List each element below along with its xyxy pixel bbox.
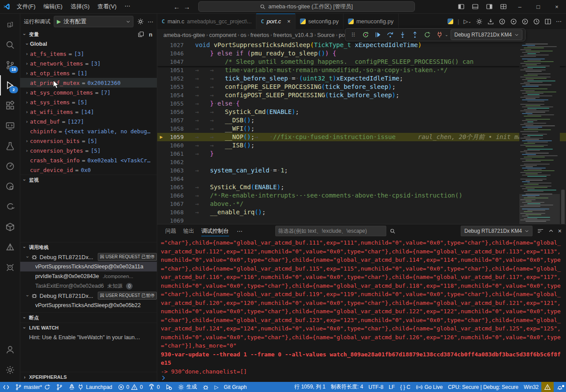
line-number[interactable]: 1057 — [165, 116, 184, 125]
editor-tab-port-c[interactable]: Cport.c× — [256, 14, 295, 29]
stack-frame-row[interactable]: vPortSuppressTicksAndSleep@0x0e02a11a — [20, 262, 157, 271]
breakpoints-section-header[interactable]: › 断点 — [20, 312, 157, 322]
activity-item-run-debug[interactable]: 2 — [0, 75, 20, 95]
breadcrumb-item[interactable]: ameba-rtos-gitee — [163, 32, 205, 38]
variable-row[interactable]: ›at_fs_items=[3] — [20, 49, 157, 59]
statusbar-go-live[interactable]: Go Live — [413, 382, 445, 392]
settings-gear-icon[interactable] — [476, 18, 483, 25]
statusbar-language-mode[interactable]: { } C — [397, 382, 413, 392]
gear-icon[interactable] — [137, 18, 144, 25]
menu-item[interactable]: 选择(S) — [67, 2, 93, 11]
statusbar-cpu-secure[interactable]: CPU: Secure | Debug: Secure — [445, 382, 521, 392]
stack-frame-row[interactable]: prvIdleTask@0x0e02843e./componen... — [20, 271, 157, 281]
callstack-session-row[interactable]: ›Debug RTL8721Dx...因 USER REQUEST 已暂停 — [20, 252, 157, 262]
line-number[interactable]: 1052 — [165, 74, 184, 83]
statusbar-encoding[interactable]: UTF-8 — [366, 382, 386, 392]
activity-item-search[interactable] — [0, 35, 20, 55]
toggle-secondary-sidebar-icon[interactable] — [482, 0, 496, 13]
restart-icon[interactable] — [422, 29, 433, 40]
minimize-button[interactable]: – — [511, 0, 529, 13]
callstack-section-header[interactable]: › 调用堆栈 — [20, 242, 157, 252]
line-number[interactable]: 1065 — [165, 183, 184, 191]
line-number[interactable]: 1063 — [165, 166, 184, 175]
variable-row[interactable]: at_printf_mutex=0x20012360 — [20, 78, 157, 88]
start-debug-icon[interactable]: ▶ — [57, 18, 61, 25]
line-number[interactable]: 1046 — [165, 49, 184, 58]
command-center-search[interactable]: ameba-rtos-gitee (工作区) [管理员] — [198, 1, 415, 12]
statusbar-ports[interactable]: 0 — [145, 382, 163, 392]
chevron-down-icon[interactable]: ⌄ — [445, 33, 448, 37]
variables-section-header[interactable]: › 变量 n — [20, 29, 157, 39]
line-number[interactable]: 1058 — [165, 125, 184, 133]
filter-lines-icon[interactable] — [537, 227, 544, 234]
line-number[interactable]: 1051 — [165, 66, 184, 74]
toggle-sidebar-icon[interactable] — [454, 0, 468, 13]
panel-tab-item[interactable]: 输出 — [180, 224, 198, 238]
stack-frame-row[interactable]: TaskExitError@0x0e02ead6未知源0 — [20, 281, 157, 291]
nav-back-icon[interactable]: ← — [174, 3, 180, 11]
console-filter-input[interactable] — [275, 226, 386, 236]
activity-item-settings[interactable] — [0, 360, 20, 380]
statusbar-problems[interactable]: 00 — [115, 382, 145, 392]
menu-item[interactable]: 编辑(E) — [40, 2, 66, 11]
variable-row[interactable]: ›at_sys_items=[5] — [20, 97, 157, 107]
toggle-panel-icon[interactable] — [468, 0, 482, 13]
xperipherals-section-header[interactable]: › XPERIPHERALS — [20, 372, 157, 382]
step-out-icon[interactable] — [410, 29, 420, 40]
variable-row[interactable]: ›conversion_bytes=[5] — [20, 146, 157, 155]
statusbar-remote-indicator[interactable] — [0, 382, 12, 392]
statusbar-bug-tool[interactable] — [200, 382, 212, 392]
console-session-dropdown[interactable]: Debug RTL8721Dx KM4 — [461, 226, 533, 236]
statusbar-platform[interactable]: Win32 — [521, 382, 541, 392]
variable-row[interactable]: ›at_network_items=[3] — [20, 59, 157, 68]
customize-layout-icon[interactable] — [496, 0, 511, 13]
activity-item-remote-explorer[interactable] — [0, 116, 20, 136]
menu-item[interactable]: ⋯ — [121, 2, 134, 11]
editor-tab-setconfig-py[interactable]: setconfig.py — [296, 14, 344, 29]
line-number[interactable]: 1056 — [165, 108, 184, 116]
menu-item[interactable]: 查看(V) — [94, 2, 120, 11]
menu-item[interactable]: 文件(F) — [13, 2, 39, 11]
line-number[interactable]: 1055 — [165, 99, 184, 108]
activity-item-explorer[interactable] — [0, 15, 20, 35]
statusbar-git-compare[interactable] — [53, 382, 66, 392]
history-icon[interactable] — [533, 18, 540, 25]
debug-console-output[interactable]: ="char"},child={name="global_var_atcmd_b… — [157, 238, 566, 374]
maximize-button[interactable]: □ — [529, 0, 548, 13]
statusbar-debug-launch[interactable] — [163, 382, 175, 392]
step-over-icon[interactable] — [385, 29, 396, 40]
callstack-session-row[interactable]: ›Debug RTL8721Dx...因 USER REQUEST 已暂停 — [20, 291, 157, 300]
toolbar-grip-icon[interactable]: ⠿ — [348, 29, 359, 40]
nav-forward-circle-icon[interactable] — [522, 18, 529, 25]
scope-global-row[interactable]: › Global — [20, 39, 157, 49]
statusbar-branch-status[interactable]: master* — [12, 382, 53, 392]
nav-back-circle-icon[interactable] — [499, 18, 506, 25]
natvis-icon[interactable]: n — [149, 31, 152, 38]
activity-item-circle-pointer[interactable] — [0, 156, 20, 176]
editor-tab-main-c[interactable]: Cmain.camebadplus_gcc_project\... — [157, 14, 256, 29]
variable-row[interactable]: ›at_otp_items=[1] — [20, 68, 157, 78]
install-icon[interactable] — [487, 18, 494, 25]
variable-row[interactable]: cur_device_id=0x0 — [20, 165, 157, 175]
line-number[interactable]: 1069 — [165, 216, 184, 224]
statusbar-indentation[interactable]: 制表符长度: 4 — [328, 382, 366, 392]
activity-item-prism[interactable] — [0, 237, 20, 257]
editor-tab-menuconfig-py[interactable]: menuconfig.py — [344, 14, 399, 29]
close-button[interactable]: × — [548, 0, 566, 13]
activity-item-extensions[interactable] — [0, 95, 20, 116]
statusbar-git-graph[interactable]: Git Graph — [221, 382, 249, 392]
livewatch-section-header[interactable]: › LIVE WATCH — [20, 322, 157, 333]
breadcrumb-item[interactable]: component — [209, 32, 237, 38]
activity-item-cube[interactable] — [0, 217, 20, 237]
variable-row[interactable]: chipinfo={<text variable, no debug… — [20, 126, 157, 136]
continue-icon[interactable] — [373, 29, 383, 40]
breadcrumb-item[interactable]: freertos — [251, 32, 269, 38]
debug-session-dropdown[interactable]: Debug RTL8721Dx KM4 — [451, 29, 522, 40]
watch-section-header[interactable]: › 监视 — [20, 175, 157, 185]
line-number[interactable]: 1060 — [165, 141, 184, 150]
run-python-dropdown-icon[interactable]: ▷⌄ — [463, 18, 471, 25]
statusbar-notifications-bell[interactable] — [554, 382, 566, 392]
statusbar-cursor-position[interactable]: 行 1059, 列 1 — [292, 382, 328, 392]
activity-item-account[interactable] — [0, 340, 20, 360]
more-actions-icon[interactable]: ⋯ — [234, 228, 245, 234]
